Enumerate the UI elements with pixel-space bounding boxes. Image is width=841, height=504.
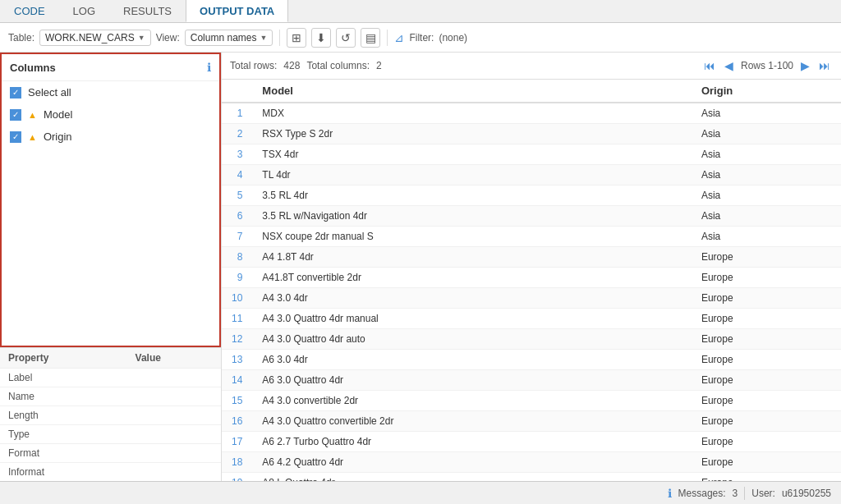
prop-label: Informat [0, 463, 127, 482]
prop-row-type: Type [0, 425, 221, 444]
prop-value [127, 387, 221, 406]
column-item-model[interactable]: ✓ ▲ Model [2, 103, 219, 126]
column-item-origin[interactable]: ✓ ▲ Origin [2, 126, 219, 148]
prop-label: Format [0, 444, 127, 463]
origin-col-name: Origin [44, 131, 72, 143]
properties-section: Property Value Label Name Length [0, 347, 221, 481]
user-value: u61950255 [782, 488, 831, 499]
row-num: 15 [222, 391, 252, 411]
messages-label: Messages: [678, 488, 726, 499]
select-all-checkbox[interactable]: ✓ [10, 87, 21, 99]
table-row: 3 TSX 4dr Asia [222, 144, 841, 165]
prop-value [127, 425, 221, 444]
view-select[interactable]: Column names ▼ [185, 30, 273, 46]
data-table: Model Origin 1 MDX Asia 2 RSX Type S 2dr… [222, 80, 841, 481]
table-row: 10 A4 3.0 4dr Europe [222, 288, 841, 309]
last-page-button[interactable]: ⏭ [816, 57, 833, 74]
property-col-header: Property [0, 348, 127, 369]
table-select[interactable]: WORK.NEW_CARS ▼ [39, 30, 151, 46]
table-row: 18 A6 4.2 Quattro 4dr Europe [222, 452, 841, 473]
row-model: A6 2.7 Turbo Quattro 4dr [252, 432, 692, 452]
prop-row-format: Format [0, 444, 221, 463]
columns-title: Columns [10, 62, 56, 74]
row-model: A4 3.0 convertible 2dr [252, 391, 692, 411]
prop-row-length: Length [0, 406, 221, 425]
data-table-wrapper[interactable]: Model Origin 1 MDX Asia 2 RSX Type S 2dr… [222, 80, 841, 481]
row-num: 18 [222, 452, 252, 473]
table-row: 14 A6 3.0 Quattro 4dr Europe [222, 370, 841, 391]
refresh-icon-button[interactable]: ↺ [336, 28, 356, 48]
row-model: A4 3.0 Quattro 4dr auto [252, 329, 692, 350]
prop-value [127, 369, 221, 387]
prop-label: Label [0, 369, 127, 387]
row-origin: Asia [692, 124, 841, 144]
table-header-row: Model Origin [222, 80, 841, 103]
rows-range: Rows 1-100 [741, 60, 793, 71]
row-model: TSX 4dr [252, 144, 692, 165]
toolbar-divider-1 [279, 30, 280, 46]
top-nav: CODE LOG RESULTS OUTPUT DATA [0, 0, 841, 23]
row-num: 5 [222, 186, 252, 206]
columns-section: Columns ℹ ✓ Select all ✓ ▲ Model ✓ [0, 53, 221, 347]
value-col-header: Value [127, 348, 221, 369]
download-icon-button[interactable]: ⬇ [311, 28, 331, 48]
prop-row-informat: Informat [0, 463, 221, 482]
filter-label: Filter: [409, 32, 434, 44]
select-all-item[interactable]: ✓ Select all [2, 81, 219, 103]
table-row: 1 MDX Asia [222, 103, 841, 124]
view-chevron-icon: ▼ [260, 34, 267, 42]
left-panel: Columns ℹ ✓ Select all ✓ ▲ Model ✓ [0, 53, 222, 481]
row-num: 6 [222, 206, 252, 227]
row-origin: Europe [692, 473, 841, 482]
row-origin: Europe [692, 309, 841, 329]
row-model: A6 3.0 Quattro 4dr [252, 370, 692, 391]
columns-info-icon[interactable]: ℹ [207, 61, 211, 74]
prev-page-button[interactable]: ◀ [721, 57, 738, 74]
row-origin: Asia [692, 165, 841, 186]
data-toolbar: Total rows: 428 Total columns: 2 ⏮ ◀ Row… [222, 53, 841, 80]
row-origin: Europe [692, 329, 841, 350]
row-model: A4 3.0 Quattro 4dr manual [252, 309, 692, 329]
prop-value [127, 444, 221, 463]
row-model: A8 L Quattro 4dr [252, 473, 692, 482]
model-col-name: Model [44, 108, 72, 121]
row-model: A4 1.8T 4dr [252, 247, 692, 268]
row-num: 13 [222, 350, 252, 370]
prop-label: Type [0, 425, 127, 444]
table-row: 19 A8 L Quattro 4dr Europe [222, 473, 841, 482]
row-model: A4 3.0 Quattro convertible 2dr [252, 411, 692, 432]
row-origin: Europe [692, 350, 841, 370]
prop-row-label: Label [0, 369, 221, 387]
origin-checkbox[interactable]: ✓ [10, 131, 21, 143]
row-num: 7 [222, 227, 252, 247]
grid-icon-button[interactable]: ⊞ [287, 28, 306, 48]
origin-col-header[interactable]: Origin [692, 80, 841, 103]
row-model: MDX [252, 103, 692, 124]
row-origin: Asia [692, 186, 841, 206]
tab-log[interactable]: LOG [59, 0, 109, 22]
tab-output-data[interactable]: OUTPUT DATA [186, 0, 288, 22]
table-label: Table: [8, 32, 34, 44]
row-origin: Europe [692, 370, 841, 391]
row-origin: Europe [692, 432, 841, 452]
main-container: Columns ℹ ✓ Select all ✓ ▲ Model ✓ [0, 53, 841, 481]
table-row: 15 A4 3.0 convertible 2dr Europe [222, 391, 841, 411]
view-label: View: [156, 32, 180, 44]
model-col-header[interactable]: Model [252, 80, 692, 103]
prop-value [127, 463, 221, 482]
table-row: 4 TL 4dr Asia [222, 165, 841, 186]
row-num: 1 [222, 103, 252, 124]
model-checkbox[interactable]: ✓ [10, 109, 21, 121]
tab-results[interactable]: RESULTS [109, 0, 186, 22]
origin-type-icon: ▲ [28, 132, 37, 142]
tab-code[interactable]: CODE [0, 0, 59, 22]
messages-count: 3 [733, 488, 738, 499]
next-page-button[interactable]: ▶ [797, 57, 813, 74]
first-page-button[interactable]: ⏮ [701, 57, 718, 74]
row-num: 19 [222, 473, 252, 482]
row-origin: Europe [692, 247, 841, 268]
prop-label: Name [0, 387, 127, 406]
row-model: A6 3.0 4dr [252, 350, 692, 370]
columns-icon-button[interactable]: ▤ [361, 28, 380, 48]
row-num: 4 [222, 165, 252, 186]
